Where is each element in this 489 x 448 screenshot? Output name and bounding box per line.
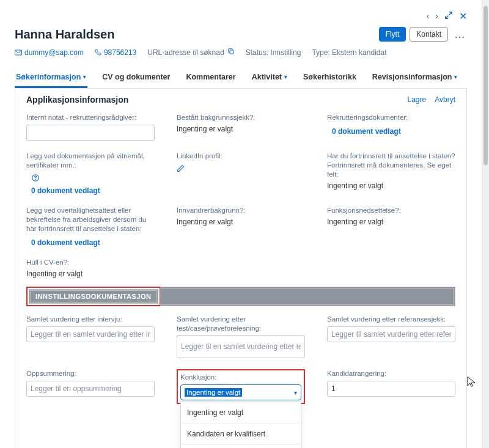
field-assess-test: Samlet vurdering etter test/case/prøvefo… bbox=[177, 315, 305, 359]
tab-activity[interactable]: Aktivitet▾ bbox=[251, 68, 289, 88]
attach-docs-link[interactable]: 0 dokument vedlagt bbox=[26, 186, 100, 195]
assess-interview-input[interactable] bbox=[26, 326, 155, 342]
field-assess-ref: Samlet vurdering etter referansesjekk: bbox=[327, 315, 455, 359]
highlight-banner: INNSTILLINGSDOKUMENTASJON bbox=[26, 287, 161, 306]
surplus-docs-link[interactable]: 0 dokument vedlagt bbox=[26, 238, 100, 247]
tab-cv-docs[interactable]: CV og dokumenter bbox=[101, 68, 171, 88]
field-recruit-docs: Rekrutteringsdokumenter: 0 dokument vedl… bbox=[327, 113, 455, 141]
svg-rect-1 bbox=[230, 50, 233, 54]
copy-icon[interactable] bbox=[227, 48, 235, 57]
application-url[interactable]: URL-adresse til søknad bbox=[147, 48, 234, 57]
field-assess-interview: Samlet vurdering etter intervju: bbox=[26, 315, 155, 359]
conclusion-option[interactable]: Ingenting er valgt bbox=[181, 402, 301, 424]
conclusion-option[interactable]: Kandidaten er kvalifisert bbox=[181, 424, 301, 445]
type-block: Type: Ekstern kandidat bbox=[312, 48, 386, 57]
move-button[interactable]: Flytt bbox=[379, 27, 406, 42]
chevron-down-icon: ▾ bbox=[284, 74, 287, 80]
email-text: dummy@sap.com bbox=[24, 48, 84, 57]
prev-icon[interactable]: ‹ bbox=[427, 11, 430, 21]
field-bg-check: Bestått bakgrunnssjekk?: Ingenting er va… bbox=[177, 113, 305, 141]
conclusion-dropdown-list: Ingenting er valgt Kandidaten er kvalifi… bbox=[180, 402, 301, 448]
conclusion-option[interactable]: Kandidaten er ikke kvalifisert bbox=[181, 445, 301, 448]
help-icon[interactable] bbox=[31, 174, 40, 184]
mouse-cursor-icon bbox=[466, 376, 477, 390]
summary-input[interactable] bbox=[26, 381, 155, 397]
save-link[interactable]: Lagre bbox=[408, 95, 427, 104]
panel-title: Applikasjonsinformasjon bbox=[26, 95, 128, 105]
section-banner: INNSTILLINGSDOKUMENTASJON bbox=[29, 289, 158, 304]
cancel-link[interactable]: Avbryt bbox=[435, 95, 455, 104]
rank-input[interactable] bbox=[327, 381, 455, 397]
chevron-down-icon: ▾ bbox=[454, 74, 457, 80]
candidate-name: Hanna Haraldsen bbox=[15, 28, 114, 42]
vertical-scrollbar[interactable] bbox=[482, 0, 489, 448]
field-immigrant: Innvandrerbakgrunn?: Ingenting er valgt bbox=[177, 206, 305, 247]
field-priority: Har du fortrinnsrett til ansettelse i st… bbox=[327, 152, 455, 195]
assess-test-input[interactable] bbox=[177, 335, 305, 358]
contact-button[interactable]: Kontakt bbox=[410, 27, 448, 42]
more-actions-icon[interactable]: … bbox=[452, 28, 467, 41]
field-conclusion: Konklusjon: Ingenting er valgt ▾ Ingenti… bbox=[180, 373, 301, 400]
pencil-icon[interactable] bbox=[177, 164, 185, 174]
highlight-conclusion-area: Konklusjon: Ingenting er valgt ▾ Ingenti… bbox=[177, 369, 305, 404]
field-internal-note: Internt notat - rekrutteringsrådgiver: bbox=[26, 113, 155, 141]
assess-ref-input[interactable] bbox=[327, 326, 455, 342]
scrollbar-thumb[interactable] bbox=[483, 6, 488, 165]
next-icon[interactable]: › bbox=[435, 11, 438, 21]
conclusion-select[interactable]: Ingenting er valgt ▾ bbox=[180, 384, 301, 400]
svg-point-3 bbox=[35, 179, 36, 180]
field-attach-docs: Legg ved dokumentasjon på vitnemål, sert… bbox=[26, 152, 155, 195]
phone-link[interactable]: 98756213 bbox=[95, 48, 136, 57]
internal-note-input[interactable] bbox=[26, 125, 155, 141]
tab-comments[interactable]: Kommentarer bbox=[185, 68, 237, 88]
banner-bar bbox=[160, 287, 455, 306]
recruit-docs-link[interactable]: 0 dokument vedlagt bbox=[327, 127, 401, 136]
field-disability: Funksjonsnedsettelse?: Ingenting er valg… bbox=[327, 206, 455, 247]
tab-history[interactable]: Søkerhistorikk bbox=[302, 68, 358, 88]
field-summary: Oppsummering: bbox=[26, 369, 155, 404]
field-rank: Kandidatrangering: bbox=[327, 369, 455, 404]
field-surplus: Legg ved overtallighetsattest eller bekr… bbox=[26, 206, 155, 247]
expand-icon[interactable] bbox=[444, 11, 453, 21]
field-linkedin: LinkedIn profil: bbox=[177, 152, 305, 195]
chevron-down-icon: ▾ bbox=[83, 74, 86, 80]
tab-applicant-info[interactable]: Søkerinformasjon▾ bbox=[15, 68, 87, 88]
chevron-down-icon: ▾ bbox=[294, 389, 297, 396]
status-block: Status: Innstilling bbox=[246, 48, 301, 57]
phone-text: 98756213 bbox=[104, 48, 136, 57]
close-icon[interactable]: ✕ bbox=[459, 10, 467, 22]
field-cv-gap: Hull i CV-en?: Ingenting er valgt bbox=[26, 258, 155, 278]
tab-revision[interactable]: Revisjonsinformasjon▾ bbox=[371, 68, 459, 88]
email-link[interactable]: dummy@sap.com bbox=[15, 48, 84, 57]
